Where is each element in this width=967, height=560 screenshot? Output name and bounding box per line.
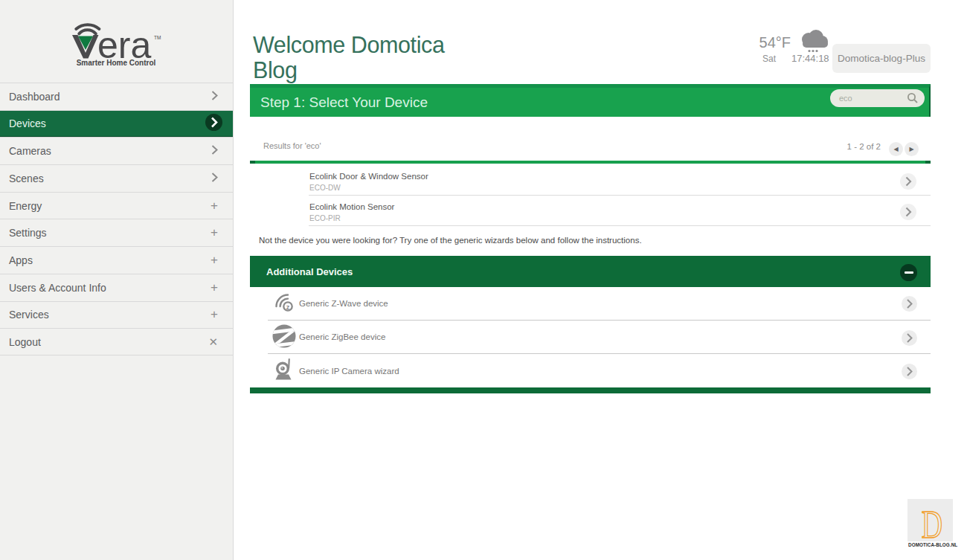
svg-text:z: z bbox=[286, 303, 290, 311]
svg-text:TM: TM bbox=[154, 35, 161, 40]
svg-text:Smarter Home Control: Smarter Home Control bbox=[77, 59, 156, 67]
